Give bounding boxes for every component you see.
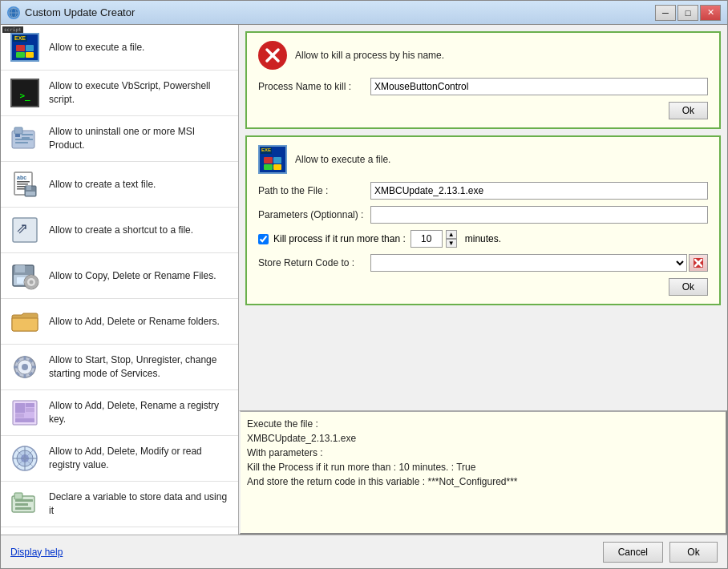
- svg-rect-9: [15, 142, 28, 143]
- sidebar-item-declare-variable[interactable]: Declare a variable to store data and usi…: [1, 482, 238, 527]
- kill-minutes-input[interactable]: [411, 230, 443, 248]
- bottom-bar: Display help Cancel Ok: [1, 535, 727, 568]
- kill-process-ok-button[interactable]: Ok: [669, 102, 708, 119]
- svg-rect-48: [15, 414, 24, 418]
- kill-process-checkbox-row: Kill process if it run more than : ▲ ▼ m…: [258, 230, 708, 248]
- main-window: Custom Update Creator ─ □ ✕ EXE: [0, 0, 728, 569]
- minutes-label: minutes.: [465, 233, 501, 244]
- sidebar-item-copy-rename-files[interactable]: Allow to Copy, Delete or Rename Files.: [1, 253, 238, 299]
- title-bar: Custom Update Creator ─ □ ✕: [1, 1, 727, 25]
- output-line-1: Execute the file :: [247, 417, 719, 431]
- msi-icon: [9, 123, 41, 155]
- svg-rect-36: [24, 374, 26, 378]
- svg-rect-59: [14, 493, 22, 499]
- execute-file-card: EXE Allow to execute a file. Path to the…: [245, 135, 721, 305]
- svg-rect-31: [35, 281, 38, 284]
- svg-rect-46: [26, 403, 34, 407]
- close-button[interactable]: ✕: [700, 5, 721, 21]
- sidebar-item-execute-script-label: Allow to execute VbScript, Powershell sc…: [49, 79, 230, 107]
- spin-buttons: ▲ ▼: [446, 230, 457, 248]
- sidebar-item-create-shortcut-label: Allow to create a shortcut to a file.: [49, 224, 193, 237]
- kill-process-icon: [258, 41, 287, 70]
- svg-rect-49: [15, 418, 34, 422]
- cancel-button[interactable]: Cancel: [603, 542, 663, 563]
- svg-text:⇗: ⇗: [16, 220, 28, 236]
- svg-rect-30: [24, 281, 27, 284]
- content-area: EXE Allow to execute a file.: [1, 25, 727, 535]
- kill-minutes-spinner: ▲ ▼: [411, 230, 457, 248]
- svg-rect-6: [22, 134, 33, 135]
- execute-file-header-text: Allow to execute a file.: [295, 154, 390, 165]
- svg-rect-45: [15, 403, 25, 413]
- sidebar-item-execute-file[interactable]: EXE Allow to execute a file.: [1, 25, 238, 71]
- svg-rect-38: [32, 366, 36, 369]
- execute-file-ok-button[interactable]: Ok: [669, 278, 708, 296]
- store-return-code-row: Store Return Code to :: [258, 254, 708, 272]
- bottom-buttons: Cancel Ok: [603, 542, 718, 563]
- output-line-3: With parameters :: [247, 446, 719, 460]
- sidebar-item-declare-variable-label: Declare a variable to store data and usi…: [49, 490, 230, 518]
- kill-process-checkbox[interactable]: [258, 234, 269, 244]
- execute-file-card-icon: EXE: [258, 145, 287, 174]
- kill-process-name-label: Process Name to kill :: [258, 81, 370, 92]
- sidebar-item-create-shortcut[interactable]: ⇗ Allow to create a shortcut to a file.: [1, 208, 238, 253]
- right-content: Allow to kill a process by his name. Pro…: [239, 25, 727, 410]
- sidebar-item-manage-registry-keys[interactable]: Allow to Add, Delete, Rename a registry …: [1, 390, 238, 436]
- svg-rect-7: [22, 137, 30, 139]
- shortcut-icon: ⇗: [9, 214, 41, 246]
- kill-process-header-text: Allow to kill a process by his name.: [295, 50, 444, 61]
- sidebar-item-manage-services-label: Allow to Start, Stop, Unregister, change…: [49, 353, 230, 381]
- text-icon: abc: [9, 168, 41, 200]
- store-return-code-select[interactable]: [370, 254, 687, 272]
- store-return-code-label: Store Return Code to :: [258, 257, 370, 268]
- title-bar-left: Custom Update Creator: [7, 6, 135, 19]
- sidebar-item-execute-script[interactable]: script >_ Allow to execute VbScript, Pow…: [1, 71, 238, 116]
- spin-down-button[interactable]: ▼: [446, 239, 457, 248]
- restore-button[interactable]: □: [677, 5, 698, 21]
- svg-rect-37: [14, 366, 18, 369]
- parameters-input[interactable]: [370, 206, 708, 224]
- kill-process-card: Allow to kill a process by his name. Pro…: [245, 31, 721, 129]
- svg-rect-17: [26, 186, 31, 190]
- kill-process-checkbox-label: Kill process if it run more than :: [273, 233, 406, 244]
- sidebar-item-manage-folders[interactable]: Allow to Add, Delete or Rename folders.: [1, 299, 238, 345]
- file-copy-icon: [9, 260, 41, 292]
- kill-process-name-row: Process Name to kill :: [258, 78, 708, 95]
- svg-point-34: [22, 364, 28, 370]
- sidebar-item-manage-folders-label: Allow to Add, Delete or Rename folders.: [49, 315, 220, 329]
- svg-text:abc: abc: [17, 175, 26, 180]
- svg-rect-22: [15, 265, 25, 272]
- execute-file-card-header: EXE Allow to execute a file.: [258, 145, 708, 174]
- display-help-link[interactable]: Display help: [10, 547, 63, 558]
- path-to-file-row: Path to the File :: [258, 182, 708, 200]
- sidebar-item-manage-registry-values[interactable]: Allow to Add, Delete, Modify or read reg…: [1, 436, 238, 482]
- path-to-file-input[interactable]: [370, 182, 708, 200]
- svg-rect-12: [17, 181, 30, 183]
- svg-rect-62: [15, 507, 31, 510]
- svg-rect-18: [26, 192, 35, 196]
- script-icon: script >_: [9, 77, 41, 109]
- sidebar-item-create-textfile[interactable]: abc Allow to create a text file.: [1, 162, 238, 208]
- kill-process-name-input[interactable]: [370, 78, 708, 95]
- registry-key-icon: [9, 397, 41, 429]
- spin-up-button[interactable]: ▲: [446, 230, 457, 239]
- output-area: Execute the file : XMBCUpdate_2.13.1.exe…: [239, 410, 727, 535]
- right-panel: Allow to kill a process by his name. Pro…: [239, 25, 727, 535]
- svg-rect-29: [30, 286, 33, 289]
- left-panel: EXE Allow to execute a file.: [1, 25, 239, 535]
- title-bar-controls: ─ □ ✕: [655, 5, 721, 21]
- svg-point-27: [30, 280, 34, 284]
- minimize-button[interactable]: ─: [655, 5, 676, 21]
- svg-rect-5: [15, 134, 20, 137]
- clear-store-button[interactable]: [689, 254, 708, 272]
- window-title: Custom Update Creator: [25, 6, 135, 18]
- svg-rect-13: [17, 184, 28, 185]
- ok-button[interactable]: Ok: [669, 542, 718, 563]
- registry-val-icon: [9, 442, 41, 474]
- sidebar-item-execute-file-label: Allow to execute a file.: [49, 41, 144, 54]
- sidebar-item-manage-services[interactable]: Allow to Start, Stop, Unregister, change…: [1, 345, 238, 390]
- path-to-file-label: Path to the File :: [258, 185, 370, 196]
- sidebar-item-uninstall-msi[interactable]: Allow to uninstall one or more MSI Produ…: [1, 116, 238, 162]
- folder-icon: [9, 305, 41, 337]
- kill-process-card-header: Allow to kill a process by his name.: [258, 41, 708, 70]
